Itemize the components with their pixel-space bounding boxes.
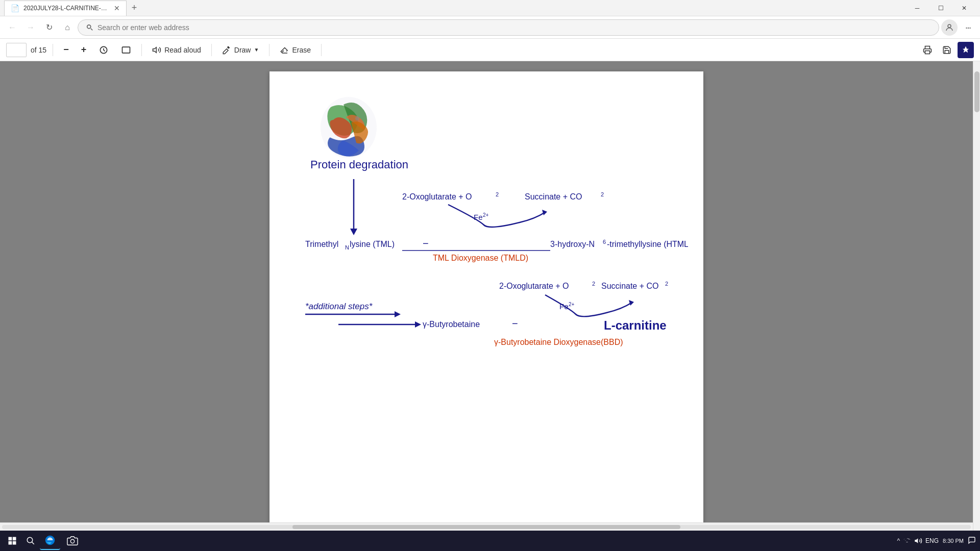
v-scroll-thumb[interactable] xyxy=(974,71,979,112)
protein-structure-image xyxy=(315,92,382,163)
svg-text:2: 2 xyxy=(592,281,595,287)
search-icon xyxy=(86,24,93,31)
svg-rect-43 xyxy=(9,537,12,541)
svg-text:γ-Butyrobetaine: γ-Butyrobetaine xyxy=(423,320,480,329)
forward-button[interactable]: → xyxy=(22,19,39,36)
svg-text:Fe: Fe xyxy=(474,213,483,221)
svg-text:2: 2 xyxy=(496,191,499,197)
close-button[interactable]: ✕ xyxy=(952,0,976,16)
fit-width-button[interactable] xyxy=(117,42,135,58)
taskbar-camera-app[interactable] xyxy=(62,532,83,550)
language-indicator[interactable]: ENG xyxy=(925,537,939,544)
title-bar: 📄 2020JULY28-L-CARNITINE-NAFL... ✕ + ─ ☐… xyxy=(0,0,980,16)
svg-point-0 xyxy=(87,24,91,28)
pdf-toolbar: 3 of 15 − + Read aloud xyxy=(0,39,980,61)
svg-text:Succinate + CO: Succinate + CO xyxy=(601,282,659,290)
erase-icon xyxy=(280,45,289,55)
svg-rect-6 xyxy=(925,51,930,54)
svg-text:L-carnitine: L-carnitine xyxy=(604,318,667,332)
refresh-button[interactable]: ↻ xyxy=(41,19,57,36)
start-button[interactable] xyxy=(4,533,20,549)
minimize-button[interactable]: ─ xyxy=(905,0,929,16)
tab-close-button[interactable]: ✕ xyxy=(114,4,120,12)
address-bar[interactable] xyxy=(78,19,939,36)
svg-marker-31 xyxy=(415,321,421,328)
svg-marker-37 xyxy=(629,300,634,306)
horizontal-scrollbar[interactable] xyxy=(0,522,973,531)
save-button[interactable] xyxy=(938,42,955,58)
svg-line-48 xyxy=(32,542,34,544)
erase-label: Erase xyxy=(292,46,311,54)
protein-image-container xyxy=(315,92,673,163)
taskbar-clock[interactable]: 8:30 PM xyxy=(943,538,964,544)
draw-button[interactable]: Draw ▼ xyxy=(218,42,263,58)
chevron-up-icon[interactable]: ^ xyxy=(897,537,900,544)
svg-text:3-hydroxy-N: 3-hydroxy-N xyxy=(550,240,595,248)
profile-button[interactable] xyxy=(941,19,958,36)
back-button[interactable]: ← xyxy=(4,19,20,36)
taskbar-edge-app[interactable] xyxy=(40,532,60,550)
separator-1 xyxy=(53,44,53,56)
address-input[interactable] xyxy=(97,23,930,32)
notification-button[interactable] xyxy=(968,536,976,546)
svg-text:*additional steps*: *additional steps* xyxy=(305,302,373,311)
h-scroll-track xyxy=(2,525,971,529)
svg-point-2 xyxy=(948,24,951,28)
zoom-out-button[interactable]: − xyxy=(59,42,73,58)
svg-text:−: − xyxy=(512,318,518,329)
svg-text:γ-Butyrobetaine Dioxygenase(BB: γ-Butyrobetaine Dioxygenase(BBD) xyxy=(494,338,623,346)
erase-button[interactable]: Erase xyxy=(276,42,315,58)
plus-icon: + xyxy=(81,44,87,55)
h-scroll-thumb[interactable] xyxy=(292,525,680,529)
pdf-viewport[interactable]: Protein degradation 2-Oxoglutarate + O 2 xyxy=(0,61,973,551)
svg-text:2-Oxoglutarate + O: 2-Oxoglutarate + O xyxy=(499,282,569,290)
svg-rect-44 xyxy=(13,537,16,541)
separator-4 xyxy=(269,44,270,56)
svg-marker-50 xyxy=(915,538,918,543)
svg-rect-4 xyxy=(122,47,130,53)
taskbar-search-button[interactable] xyxy=(22,533,39,549)
zoom-in-button[interactable]: + xyxy=(77,42,91,58)
svg-text:Succinate + CO: Succinate + CO xyxy=(525,192,582,201)
svg-text:2: 2 xyxy=(601,191,604,197)
print-button[interactable] xyxy=(919,42,936,58)
svg-text:2+: 2+ xyxy=(483,212,489,218)
svg-marker-29 xyxy=(395,311,401,317)
window-controls: ─ ☐ ✕ xyxy=(905,0,976,16)
svg-point-47 xyxy=(27,537,33,543)
reaction-diagram: 2-Oxoglutarate + O 2 Succinate + CO 2 Fe xyxy=(300,174,688,393)
pin-button[interactable] xyxy=(958,42,974,58)
svg-marker-15 xyxy=(542,210,547,215)
fit-page-button[interactable] xyxy=(94,42,113,58)
more-button[interactable]: ··· xyxy=(960,19,976,36)
taskbar-right: ^ ENG 8:30 PM xyxy=(897,536,976,546)
system-tray: ^ ENG xyxy=(897,537,939,545)
svg-marker-10 xyxy=(350,229,357,235)
new-tab-button[interactable]: + xyxy=(127,1,142,16)
svg-text:N: N xyxy=(345,244,349,251)
svg-text:-trimethyllysine (HTML): -trimethyllysine (HTML) xyxy=(607,240,688,248)
protein-degradation-text: Protein degradation xyxy=(310,158,408,171)
main-content: Protein degradation 2-Oxoglutarate + O 2 xyxy=(0,61,973,551)
pin-icon xyxy=(962,46,970,54)
diagram-container: Protein degradation 2-Oxoglutarate + O 2 xyxy=(300,92,673,395)
home-button[interactable]: ⌂ xyxy=(59,19,76,36)
page-number-input[interactable]: 3 xyxy=(6,43,27,57)
clock-time: 8:30 PM xyxy=(943,538,964,544)
svg-line-1 xyxy=(91,28,93,30)
vertical-scrollbar[interactable] xyxy=(973,61,980,551)
svg-marker-5 xyxy=(153,47,157,53)
windows-icon xyxy=(8,536,17,545)
svg-text:2-Oxoglutarate + O: 2-Oxoglutarate + O xyxy=(402,192,472,201)
read-aloud-button[interactable]: Read aloud xyxy=(148,42,205,58)
maximize-button[interactable]: ☐ xyxy=(929,0,952,16)
notification-icon xyxy=(968,536,976,544)
draw-chevron-icon: ▼ xyxy=(254,47,259,53)
network-icon xyxy=(903,537,911,545)
save-icon xyxy=(942,45,951,55)
svg-text:2: 2 xyxy=(665,281,668,287)
svg-point-8 xyxy=(355,116,359,120)
read-aloud-label: Read aloud xyxy=(164,46,201,54)
taskbar: ^ ENG 8:30 PM xyxy=(0,531,980,551)
browser-tab[interactable]: 📄 2020JULY28-L-CARNITINE-NAFL... ✕ xyxy=(4,1,127,16)
